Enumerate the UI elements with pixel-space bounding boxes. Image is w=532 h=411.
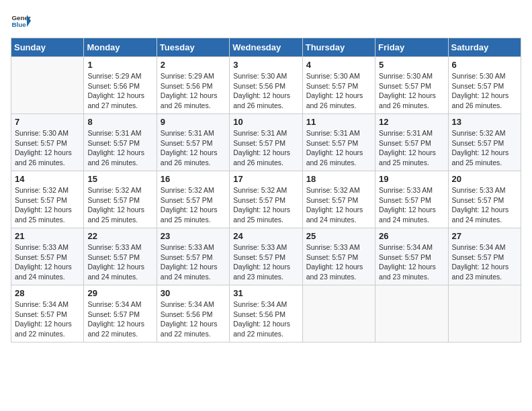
calendar-cell: 4Sunrise: 5:30 AM Sunset: 5:57 PM Daylig… <box>302 57 375 114</box>
day-info: Sunrise: 5:31 AM Sunset: 5:57 PM Dayligh… <box>379 128 444 168</box>
day-number: 30 <box>161 288 226 298</box>
day-info: Sunrise: 5:30 AM Sunset: 5:57 PM Dayligh… <box>452 71 517 111</box>
header-friday: Friday <box>375 38 448 57</box>
header-tuesday: Tuesday <box>157 38 229 57</box>
day-number: 2 <box>161 60 226 70</box>
day-number: 19 <box>379 174 444 184</box>
day-number: 14 <box>15 174 80 184</box>
day-info: Sunrise: 5:33 AM Sunset: 5:57 PM Dayligh… <box>306 242 371 282</box>
calendar-cell: 13Sunrise: 5:32 AM Sunset: 5:57 PM Dayli… <box>448 114 521 171</box>
day-number: 28 <box>15 288 80 298</box>
logo-icon: General Blue <box>11 11 31 31</box>
day-info: Sunrise: 5:34 AM Sunset: 5:57 PM Dayligh… <box>15 300 80 339</box>
day-number: 27 <box>452 231 517 241</box>
day-number: 25 <box>306 231 371 241</box>
day-info: Sunrise: 5:30 AM Sunset: 5:57 PM Dayligh… <box>15 128 80 168</box>
calendar-cell: 24Sunrise: 5:33 AM Sunset: 5:57 PM Dayli… <box>230 228 302 285</box>
calendar-cell: 2Sunrise: 5:29 AM Sunset: 5:56 PM Daylig… <box>157 57 229 114</box>
header-thursday: Thursday <box>302 38 375 57</box>
svg-text:Blue: Blue <box>12 21 27 28</box>
calendar-week-2: 14Sunrise: 5:32 AM Sunset: 5:57 PM Dayli… <box>11 171 521 228</box>
calendar-cell: 27Sunrise: 5:34 AM Sunset: 5:57 PM Dayli… <box>448 228 521 285</box>
calendar-cell: 8Sunrise: 5:31 AM Sunset: 5:57 PM Daylig… <box>84 114 157 171</box>
calendar-table: SundayMondayTuesdayWednesdayThursdayFrid… <box>11 38 521 342</box>
day-number: 24 <box>233 231 298 241</box>
calendar-cell: 14Sunrise: 5:32 AM Sunset: 5:57 PM Dayli… <box>11 171 84 228</box>
day-number: 5 <box>379 60 444 70</box>
calendar-week-0: 1Sunrise: 5:29 AM Sunset: 5:56 PM Daylig… <box>11 57 521 114</box>
calendar-cell <box>302 285 375 342</box>
day-number: 26 <box>379 231 444 241</box>
calendar-cell: 1Sunrise: 5:29 AM Sunset: 5:56 PM Daylig… <box>84 57 157 114</box>
day-info: Sunrise: 5:34 AM Sunset: 5:57 PM Dayligh… <box>452 242 517 282</box>
calendar-cell: 31Sunrise: 5:34 AM Sunset: 5:56 PM Dayli… <box>230 285 302 342</box>
day-info: Sunrise: 5:31 AM Sunset: 5:57 PM Dayligh… <box>306 128 371 168</box>
calendar-cell: 19Sunrise: 5:33 AM Sunset: 5:57 PM Dayli… <box>375 171 448 228</box>
day-number: 9 <box>161 117 226 127</box>
day-number: 10 <box>233 117 298 127</box>
calendar-cell: 23Sunrise: 5:33 AM Sunset: 5:57 PM Dayli… <box>157 228 229 285</box>
calendar-cell: 10Sunrise: 5:31 AM Sunset: 5:57 PM Dayli… <box>230 114 302 171</box>
day-number: 3 <box>233 60 298 70</box>
day-number: 22 <box>87 231 152 241</box>
day-number: 17 <box>233 174 298 184</box>
header-sunday: Sunday <box>11 38 84 57</box>
day-info: Sunrise: 5:32 AM Sunset: 5:57 PM Dayligh… <box>452 128 517 168</box>
calendar-cell: 15Sunrise: 5:32 AM Sunset: 5:57 PM Dayli… <box>84 171 157 228</box>
day-number: 7 <box>15 117 80 127</box>
day-number: 6 <box>452 60 517 70</box>
day-info: Sunrise: 5:30 AM Sunset: 5:57 PM Dayligh… <box>379 71 444 111</box>
day-info: Sunrise: 5:32 AM Sunset: 5:57 PM Dayligh… <box>161 185 226 225</box>
calendar-cell: 3Sunrise: 5:30 AM Sunset: 5:56 PM Daylig… <box>230 57 302 114</box>
day-number: 4 <box>306 60 371 70</box>
day-number: 18 <box>306 174 371 184</box>
day-number: 31 <box>233 288 298 298</box>
day-number: 20 <box>452 174 517 184</box>
page-header: General Blue <box>11 11 521 31</box>
day-info: Sunrise: 5:31 AM Sunset: 5:57 PM Dayligh… <box>233 128 298 168</box>
day-number: 12 <box>379 117 444 127</box>
day-number: 8 <box>87 117 152 127</box>
day-number: 23 <box>161 231 226 241</box>
calendar-cell: 30Sunrise: 5:34 AM Sunset: 5:56 PM Dayli… <box>157 285 229 342</box>
day-number: 13 <box>452 117 517 127</box>
calendar-header-row: SundayMondayTuesdayWednesdayThursdayFrid… <box>11 38 521 57</box>
calendar-week-4: 28Sunrise: 5:34 AM Sunset: 5:57 PM Dayli… <box>11 285 521 342</box>
calendar-cell: 28Sunrise: 5:34 AM Sunset: 5:57 PM Dayli… <box>11 285 84 342</box>
calendar-cell: 12Sunrise: 5:31 AM Sunset: 5:57 PM Dayli… <box>375 114 448 171</box>
day-number: 16 <box>161 174 226 184</box>
calendar-cell: 29Sunrise: 5:34 AM Sunset: 5:57 PM Dayli… <box>84 285 157 342</box>
calendar-cell <box>448 285 521 342</box>
day-info: Sunrise: 5:32 AM Sunset: 5:57 PM Dayligh… <box>15 185 80 225</box>
calendar-cell: 26Sunrise: 5:34 AM Sunset: 5:57 PM Dayli… <box>375 228 448 285</box>
day-info: Sunrise: 5:34 AM Sunset: 5:57 PM Dayligh… <box>379 242 444 282</box>
day-info: Sunrise: 5:33 AM Sunset: 5:57 PM Dayligh… <box>161 242 226 282</box>
day-info: Sunrise: 5:34 AM Sunset: 5:56 PM Dayligh… <box>161 300 226 339</box>
calendar-cell: 25Sunrise: 5:33 AM Sunset: 5:57 PM Dayli… <box>302 228 375 285</box>
calendar-cell: 20Sunrise: 5:33 AM Sunset: 5:57 PM Dayli… <box>448 171 521 228</box>
calendar-cell: 9Sunrise: 5:31 AM Sunset: 5:57 PM Daylig… <box>157 114 229 171</box>
calendar-cell: 7Sunrise: 5:30 AM Sunset: 5:57 PM Daylig… <box>11 114 84 171</box>
day-number: 29 <box>87 288 152 298</box>
day-info: Sunrise: 5:32 AM Sunset: 5:57 PM Dayligh… <box>233 185 298 225</box>
day-info: Sunrise: 5:32 AM Sunset: 5:57 PM Dayligh… <box>306 185 371 225</box>
calendar-cell: 17Sunrise: 5:32 AM Sunset: 5:57 PM Dayli… <box>230 171 302 228</box>
calendar-cell: 22Sunrise: 5:33 AM Sunset: 5:57 PM Dayli… <box>84 228 157 285</box>
day-info: Sunrise: 5:33 AM Sunset: 5:57 PM Dayligh… <box>452 185 517 225</box>
day-info: Sunrise: 5:34 AM Sunset: 5:56 PM Dayligh… <box>233 300 298 339</box>
day-number: 15 <box>87 174 152 184</box>
day-info: Sunrise: 5:33 AM Sunset: 5:57 PM Dayligh… <box>379 185 444 225</box>
calendar-cell: 5Sunrise: 5:30 AM Sunset: 5:57 PM Daylig… <box>375 57 448 114</box>
header-monday: Monday <box>84 38 157 57</box>
calendar-cell: 18Sunrise: 5:32 AM Sunset: 5:57 PM Dayli… <box>302 171 375 228</box>
day-info: Sunrise: 5:31 AM Sunset: 5:57 PM Dayligh… <box>87 128 152 168</box>
day-info: Sunrise: 5:31 AM Sunset: 5:57 PM Dayligh… <box>161 128 226 168</box>
day-number: 21 <box>15 231 80 241</box>
calendar-cell: 16Sunrise: 5:32 AM Sunset: 5:57 PM Dayli… <box>157 171 229 228</box>
calendar-week-1: 7Sunrise: 5:30 AM Sunset: 5:57 PM Daylig… <box>11 114 521 171</box>
day-info: Sunrise: 5:32 AM Sunset: 5:57 PM Dayligh… <box>87 185 152 225</box>
day-number: 11 <box>306 117 371 127</box>
day-number: 1 <box>87 60 152 70</box>
calendar-cell: 6Sunrise: 5:30 AM Sunset: 5:57 PM Daylig… <box>448 57 521 114</box>
day-info: Sunrise: 5:30 AM Sunset: 5:57 PM Dayligh… <box>306 71 371 111</box>
